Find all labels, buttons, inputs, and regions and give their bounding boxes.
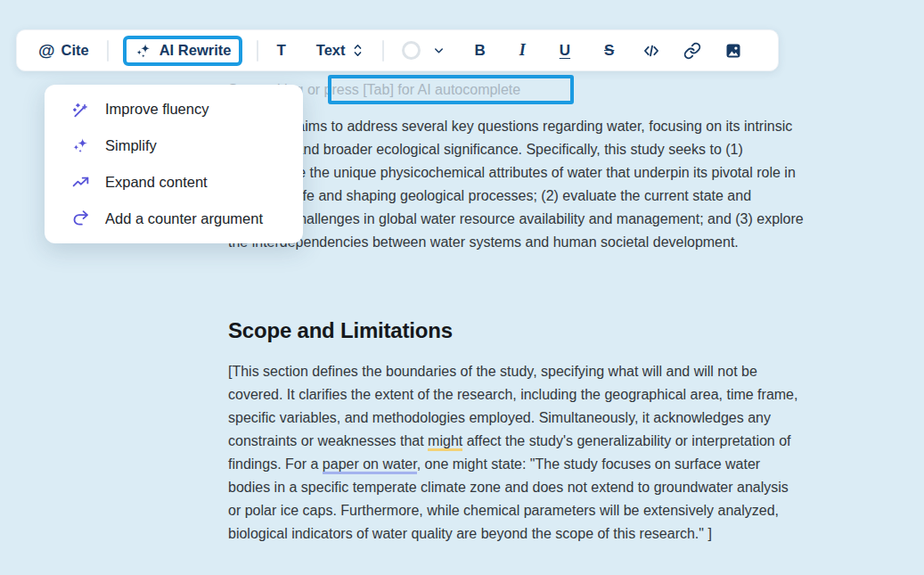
at-icon: @ (38, 42, 55, 59)
trending-up-icon (71, 173, 90, 192)
text-line: characterize the unique physicochemical … (228, 161, 887, 185)
text-line: the interdependencies between water syst… (228, 231, 887, 254)
toolbar-divider (257, 40, 258, 62)
menu-item-add-counter-argument[interactable]: Add a counter argument (45, 201, 303, 237)
editor-toolbar: @ Cite AI Rewrite T Text (16, 29, 779, 71)
menu-item-label: Simplify (105, 137, 157, 154)
insert-image-button[interactable] (724, 42, 742, 60)
underline-button[interactable]: U (554, 40, 576, 62)
menu-item-improve-fluency[interactable]: Improve fluency (45, 91, 303, 127)
text-line: biological indicators of water quality a… (228, 522, 887, 546)
image-icon (724, 42, 742, 60)
sparkles-icon (135, 42, 152, 60)
text-line: [This section defines the boundaries of … (228, 360, 887, 383)
text-line: covered. It clarifies the extent of the … (228, 383, 887, 407)
code-icon (642, 42, 660, 60)
text-line: This study aims to address several key q… (228, 115, 887, 138)
strikethrough-button[interactable]: S (599, 40, 619, 62)
toolbar-divider (107, 40, 109, 62)
color-picker-dropdown[interactable] (397, 37, 451, 63)
menu-item-label: Expand content (105, 174, 208, 191)
cite-button-label: Cite (61, 42, 89, 59)
ai-rewrite-menu: Improve fluency Simplify Expand content (45, 85, 303, 243)
cite-button[interactable]: @ Cite (33, 38, 94, 62)
bold-button[interactable]: B (469, 40, 490, 62)
chevron-down-icon (432, 44, 446, 57)
ai-rewrite-button-label: AI Rewrite (159, 42, 232, 59)
color-swatch-circle (402, 41, 421, 60)
text-line: or polar ice caps. Furthermore, while ch… (228, 499, 887, 522)
text-line: bodies in a specific temperate climate z… (228, 476, 887, 499)
ai-rewrite-button[interactable]: AI Rewrite (135, 42, 232, 60)
section-heading: Scope and Limitations (228, 318, 453, 343)
menu-item-expand-content[interactable]: Expand content (45, 164, 303, 201)
link-icon (683, 42, 701, 60)
text-format-button[interactable]: T (271, 40, 290, 62)
menu-item-label: Improve fluency (105, 101, 209, 118)
ai-rewrite-highlight-box: AI Rewrite (123, 36, 243, 66)
menu-item-label: Add a counter argument (105, 210, 263, 227)
text-line: properties and broader ecological signif… (228, 138, 887, 161)
link-button[interactable] (683, 42, 701, 60)
toolbar-divider (382, 40, 384, 62)
paragraph-style-label: Text (316, 42, 346, 59)
paragraph-research-questions: This study aims to address several key q… (228, 115, 887, 254)
redo-arrow-icon (71, 209, 90, 228)
text-line: sustaining life and shaping geological p… (228, 185, 887, 208)
unfold-chevron-icon (351, 43, 364, 58)
menu-item-simplify[interactable]: Simplify (45, 127, 303, 164)
text-line: findings. For a paper on water, one migh… (228, 453, 887, 476)
paragraph-style-dropdown[interactable]: Text (311, 38, 371, 62)
magic-wand-icon (71, 100, 90, 119)
sparkles-icon (71, 136, 90, 155)
code-button[interactable] (642, 42, 660, 60)
text-line: constraints or weaknesses that might aff… (228, 430, 887, 453)
text-line: emerging challenges in global water reso… (228, 208, 887, 231)
italic-button[interactable]: I (514, 39, 531, 62)
text-line: specific variables, and methodologies em… (228, 407, 887, 430)
paragraph-scope-limitations: [This section defines the boundaries of … (228, 360, 887, 546)
